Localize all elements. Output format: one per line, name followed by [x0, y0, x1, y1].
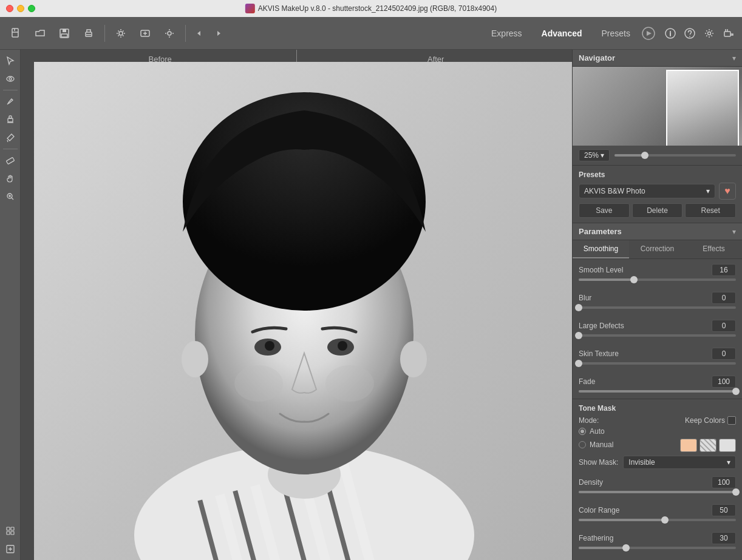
large-defects-slider[interactable] [579, 334, 736, 337]
svg-point-40 [338, 341, 347, 351]
blur-slider[interactable] [579, 306, 736, 309]
tone-mask-section: Tone Mask Mode: Keep Colors Auto [573, 399, 742, 560]
skin-texture-slider[interactable] [579, 362, 736, 365]
tool-eye[interactable] [2, 70, 19, 87]
canvas-image[interactable] [34, 62, 572, 560]
fade-slider[interactable] [579, 390, 736, 393]
gear-button[interactable] [701, 25, 718, 42]
tool-eraser[interactable] [2, 152, 19, 169]
window-title: AKVIS MakeUp v.8.0 - shutterstock_212450… [245, 4, 497, 13]
settings2-button[interactable] [134, 22, 156, 44]
mode-tabs: Express Advanced Presets [482, 25, 737, 42]
new-file-button[interactable] [5, 22, 27, 44]
svg-point-11 [708, 32, 711, 35]
tab-smoothing[interactable]: Smoothing [573, 240, 629, 258]
skin-texture-value[interactable]: 0 [712, 348, 736, 360]
large-defects-value[interactable]: 0 [712, 320, 736, 332]
tab-correction[interactable]: Correction [629, 240, 686, 258]
presets-dropdown[interactable]: AKVIS B&W Photo ▾ [579, 184, 715, 198]
tool-zoom[interactable] [2, 188, 19, 205]
delete-preset-button[interactable]: Delete [632, 203, 683, 218]
feathering-fill [579, 547, 626, 549]
settings1-button[interactable] [110, 22, 132, 44]
tool-grid[interactable] [2, 522, 19, 539]
zoom-level-label[interactable]: 25% ▾ [579, 149, 610, 161]
tool-add[interactable] [2, 541, 19, 558]
print-button[interactable] [78, 22, 100, 44]
close-button[interactable] [6, 5, 13, 12]
skin-texture-label: Skin Texture [579, 349, 619, 358]
tool-brush[interactable] [2, 93, 19, 110]
density-label: Density [579, 478, 603, 487]
settings3-button[interactable] [158, 22, 180, 44]
tone-mask-mode-row: Mode: Keep Colors [579, 416, 736, 425]
show-mask-dropdown[interactable]: Invisible ▾ [623, 456, 736, 469]
skin-color-swatch[interactable] [680, 439, 697, 452]
zoom-slider-thumb [641, 152, 648, 159]
color-range-thumb [661, 516, 669, 524]
manual-radio-row: Manual [579, 440, 613, 449]
info-button[interactable] [662, 25, 679, 42]
fade-fill [579, 390, 736, 393]
smooth-level-label-row: Smooth Level 16 [579, 264, 736, 276]
smooth-level-value[interactable]: 16 [712, 264, 736, 276]
tool-select[interactable] [2, 52, 19, 69]
maximize-button[interactable] [28, 5, 35, 12]
manual-label: Manual [590, 440, 613, 449]
zoom-bar: 25% ▾ [573, 146, 742, 166]
skin-texture-thumb [575, 360, 582, 367]
back-button[interactable] [191, 25, 208, 42]
favorite-button[interactable]: ♥ [719, 183, 736, 200]
help-button[interactable] [681, 25, 698, 42]
svg-rect-20 [11, 527, 14, 530]
feathering-value[interactable]: 30 [712, 532, 736, 544]
plugin-button[interactable] [720, 25, 737, 42]
save-button[interactable] [53, 22, 75, 44]
color-range-slider[interactable] [579, 519, 736, 521]
svg-point-43 [182, 341, 208, 377]
density-value[interactable]: 100 [712, 476, 736, 488]
reset-preset-button[interactable]: Reset [685, 203, 736, 218]
tool-stamp[interactable] [2, 111, 19, 128]
parameters-header[interactable]: Parameters ▾ [573, 223, 742, 240]
manual-radio[interactable] [579, 441, 586, 448]
presets-tab[interactable]: Presets [592, 25, 640, 42]
keep-colors-checkbox[interactable] [727, 416, 736, 425]
tone-mask-title: Tone Mask [579, 404, 736, 413]
canvas-area: Before After [21, 50, 572, 560]
svg-rect-21 [7, 531, 10, 535]
density-slider[interactable] [579, 491, 736, 493]
auto-radio[interactable] [579, 428, 586, 435]
show-mask-label: Show Mask: [579, 458, 618, 467]
svg-point-39 [265, 341, 274, 351]
minimize-button[interactable] [17, 5, 24, 12]
tab-effects[interactable]: Effects [686, 240, 742, 258]
feathering-label-row: Feathering 30 [579, 532, 736, 544]
save-preset-button[interactable]: Save [579, 203, 630, 218]
play-button[interactable] [640, 25, 657, 42]
express-tab[interactable]: Express [482, 25, 532, 42]
color-range-label: Color Range [579, 506, 619, 514]
navigator-header[interactable]: Navigator ▾ [573, 50, 742, 67]
navigator-title: Navigator [579, 53, 615, 62]
open-file-button[interactable] [29, 22, 51, 44]
feathering-slider[interactable] [579, 547, 736, 549]
smooth-level-thumb [630, 276, 638, 283]
blur-value[interactable]: 0 [712, 292, 736, 304]
tool-dropper[interactable] [2, 129, 19, 146]
zoom-slider[interactable] [614, 154, 736, 157]
forward-button[interactable] [210, 25, 227, 42]
presets-section-label: Presets [579, 170, 736, 179]
blur-label-row: Blur 0 [579, 292, 736, 304]
main-toolbar: Express Advanced Presets [0, 17, 742, 50]
hatch-swatch[interactable] [699, 439, 716, 452]
feathering-row: Feathering 30 [579, 527, 736, 555]
light-swatch[interactable] [719, 439, 736, 452]
advanced-tab[interactable]: Advanced [532, 25, 592, 42]
svg-point-41 [234, 365, 283, 402]
blur-label: Blur [579, 294, 591, 302]
color-range-value[interactable]: 50 [712, 504, 736, 516]
smooth-level-slider[interactable] [579, 278, 736, 281]
tool-hand[interactable] [2, 170, 19, 187]
fade-value[interactable]: 100 [712, 376, 736, 388]
